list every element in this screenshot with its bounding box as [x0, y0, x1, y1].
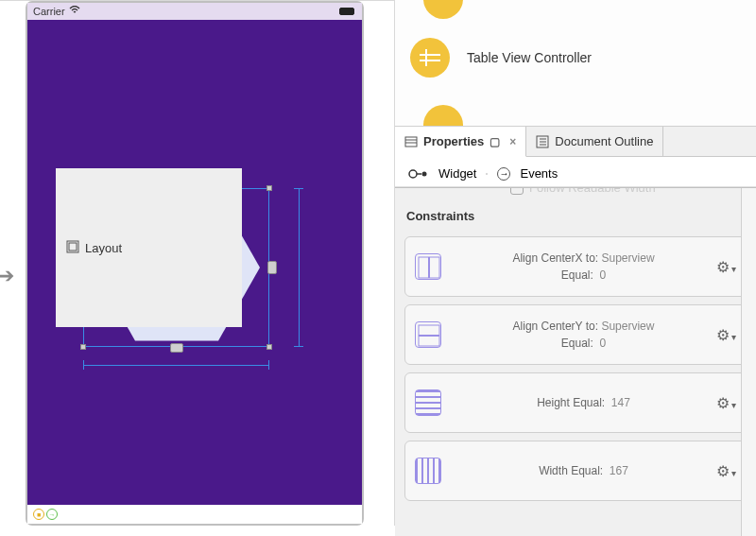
inspector-area: Table View Controller Properties ▢ × Doc…: [395, 0, 756, 536]
status-bar: Carrier: [27, 3, 362, 20]
table-view-controller-icon: [410, 38, 450, 78]
resize-handle-e[interactable]: [267, 261, 277, 274]
svg-rect-5: [405, 137, 417, 147]
constraint-menu-button[interactable]: ⚙▾: [716, 258, 736, 276]
constraint-height[interactable]: Height Equal: 147 ⚙▾: [404, 372, 747, 433]
width-dimension-guide: [83, 360, 269, 370]
constraint-label: Height Equal:: [537, 396, 605, 409]
wifi-icon: [69, 6, 80, 17]
tab-label: Document Outline: [555, 134, 653, 148]
constraint-width[interactable]: Width Equal: 167 ⚙▾: [404, 441, 747, 501]
close-tab-icon[interactable]: ×: [509, 135, 516, 148]
layout-segment: Layout: [486, 173, 488, 175]
view-controller-icon[interactable]: [423, 105, 463, 127]
resize-handle-s[interactable]: [170, 343, 183, 353]
nav-controller-icon[interactable]: [423, 0, 463, 19]
tab-document-outline[interactable]: Document Outline: [526, 127, 663, 156]
height-dimension-guide: [294, 188, 303, 347]
chevron-down-icon: ▾: [731, 332, 736, 342]
panel-tabstrip: Properties ▢ × Document Outline: [395, 127, 756, 157]
scrollbar[interactable]: [741, 188, 756, 536]
resize-handle-sw[interactable]: [80, 344, 86, 350]
tab-label: Properties: [423, 134, 484, 148]
svg-rect-1: [420, 49, 440, 66]
constraint-relation: Equal:: [561, 268, 593, 282]
constraint-centerx[interactable]: Align CenterX to: Superview Equal: 0 ⚙▾: [404, 236, 747, 297]
constraint-value: 0: [600, 337, 607, 350]
constraint-value: 147: [611, 396, 630, 409]
widget-mode-label[interactable]: Widget: [438, 166, 476, 181]
centery-constraint-icon: [415, 321, 441, 348]
properties-tab-icon: [404, 135, 418, 148]
svg-rect-16: [69, 243, 77, 251]
constraint-menu-button[interactable]: ⚙▾: [716, 462, 736, 480]
events-mode-icon: →: [497, 167, 510, 181]
resize-handle-ne[interactable]: [266, 185, 272, 191]
svg-point-13: [422, 171, 427, 176]
carrier-label: Carrier: [33, 6, 65, 17]
constraint-relation: Equal:: [561, 337, 593, 350]
events-mode-label[interactable]: Events: [520, 166, 558, 181]
constraint-menu-button[interactable]: ⚙▾: [716, 394, 736, 412]
svg-point-12: [409, 170, 417, 178]
chevron-down-icon: ▾: [731, 264, 736, 274]
layout-mode-button[interactable]: Layout: [56, 168, 242, 327]
constraint-target: Superview: [602, 251, 655, 265]
battery-icon: [339, 8, 354, 15]
constraint-label: Align CenterY to:: [513, 320, 599, 333]
centerx-constraint-icon: [415, 253, 441, 280]
layout-mode-icon: [66, 240, 79, 256]
widget-mode-icon: [408, 167, 429, 181]
object-library[interactable]: Table View Controller: [395, 0, 756, 127]
chevron-down-icon: ▾: [731, 468, 736, 478]
resize-handle-se[interactable]: [266, 344, 272, 350]
constraint-value: 0: [600, 268, 607, 282]
constraint-value: 167: [610, 464, 628, 477]
constraint-label: Width Equal:: [539, 464, 603, 477]
properties-body[interactable]: Follow Readable Width Constraints Align …: [395, 187, 756, 536]
canvas-scroll-arrow-icon[interactable]: ➔: [0, 264, 14, 288]
scene-dock[interactable]: ■ →: [27, 505, 362, 524]
inspector-mode-row: Widget Layout → Events: [395, 157, 756, 187]
library-item-table-view-controller[interactable]: Table View Controller: [395, 28, 756, 87]
height-constraint-icon: [415, 389, 441, 416]
follow-readable-width-checkbox[interactable]: Follow Readable Width: [510, 187, 656, 195]
constraint-label: Align CenterX to:: [512, 251, 598, 265]
exit-icon[interactable]: →: [46, 509, 58, 520]
constraint-menu-button[interactable]: ⚙▾: [716, 326, 736, 344]
document-outline-tab-icon: [536, 135, 549, 148]
width-constraint-icon: [415, 458, 441, 484]
layout-mode-label: Layout: [85, 241, 122, 255]
chevron-down-icon: ▾: [731, 400, 736, 410]
popout-icon[interactable]: ▢: [490, 135, 500, 148]
constraint-centery[interactable]: Align CenterY to: Superview Equal: 0 ⚙▾: [404, 304, 747, 365]
follow-readable-width-label: Follow Readable Width: [529, 187, 656, 195]
first-responder-icon[interactable]: ■: [33, 509, 44, 520]
constraint-target: Superview: [601, 320, 654, 333]
tab-properties[interactable]: Properties ▢ ×: [395, 127, 526, 157]
library-item-label: Table View Controller: [467, 50, 592, 65]
